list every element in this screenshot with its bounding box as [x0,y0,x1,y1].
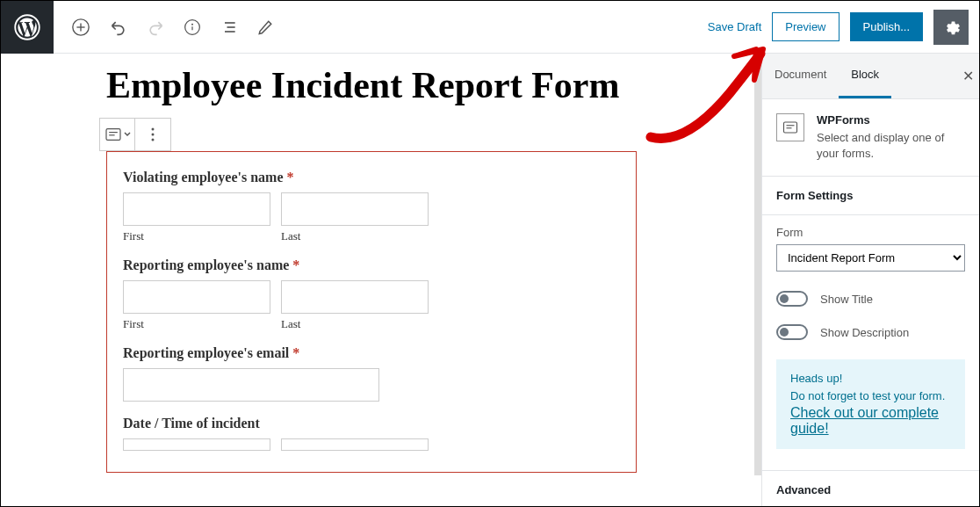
page-title[interactable]: Employee Incident Report Form [106,62,633,109]
required-mark: * [287,170,294,185]
toggle-show-desc-row: Show Description [762,315,979,349]
field-label: Reporting employee's email * [123,345,620,361]
outline-icon[interactable] [220,18,238,36]
wordpress-logo[interactable] [1,1,54,54]
undo-icon[interactable] [110,18,127,36]
top-toolbar: Save Draft Preview Publish... [1,1,979,54]
add-block-icon[interactable] [71,18,90,37]
block-more-icon[interactable] [135,119,170,150]
notice-text: Do not forget to test your form. [790,388,951,404]
field-reporting-name: Reporting employee's name * First Last [123,257,620,331]
first-name-input[interactable] [123,280,270,314]
block-type-icon[interactable] [100,119,135,150]
block-name-label: WPForms [817,113,965,127]
field-date-time: Date / Time of incident [123,416,620,451]
sublabel-first: First [123,317,270,331]
publish-button[interactable]: Publish... [850,12,923,41]
wpforms-block[interactable]: Violating employee's name * First Last R… [106,151,637,473]
form-settings-header[interactable]: Form Settings [762,177,979,215]
required-mark: * [292,345,299,360]
sublabel-first: First [123,229,270,243]
field-violating-name: Violating employee's name * First Last [123,170,620,243]
settings-sidebar: Document Block ✕ WPForms Select and disp… [761,54,979,506]
notice-title: Heads up! [790,372,951,385]
preview-button[interactable]: Preview [772,12,839,41]
toggle-label: Show Description [820,326,909,339]
field-label: Reporting employee's name * [123,257,620,273]
editor-area: Employee Incident Report Form Violating … [1,54,979,506]
date-input[interactable] [123,438,270,451]
toggle-show-description[interactable] [776,324,808,340]
save-draft-link[interactable]: Save Draft [708,20,761,33]
advanced-header[interactable]: Advanced [762,470,979,507]
block-toolbar [99,118,171,151]
required-mark: * [292,257,299,272]
toggle-show-title-row: Show Title [762,282,979,315]
last-name-input[interactable] [281,280,429,314]
svg-rect-10 [106,128,120,140]
svg-point-14 [152,133,155,135]
content-scrollbar[interactable] [754,54,761,475]
field-label: Violating employee's name * [123,170,620,185]
form-select[interactable]: Incident Report Form [776,244,965,272]
field-label: Date / Time of incident [123,416,620,431]
edit-icon[interactable] [257,19,273,35]
tab-document[interactable]: Document [762,54,839,98]
form-select-label: Form [776,226,965,239]
toolbar-left [54,18,273,37]
email-input[interactable] [123,368,379,402]
last-name-input[interactable] [281,192,429,226]
settings-button[interactable] [933,10,969,45]
svg-rect-16 [784,122,797,133]
content-area: Employee Incident Report Form Violating … [1,54,761,506]
field-reporting-email: Reporting employee's email * [123,345,620,402]
first-name-input[interactable] [123,192,270,226]
svg-point-6 [192,24,193,25]
svg-point-13 [152,127,155,130]
time-input[interactable] [281,438,429,451]
sidebar-tabs: Document Block ✕ [762,54,979,99]
close-sidebar-icon[interactable]: ✕ [955,54,979,98]
toggle-label: Show Title [820,293,873,306]
form-settings-panel: Form Incident Report Form [762,215,979,282]
tab-block[interactable]: Block [839,54,891,98]
sublabel-last: Last [281,229,429,243]
redo-icon[interactable] [147,18,164,36]
toolbar-right: Save Draft Preview Publish... [708,10,979,45]
toggle-show-title[interactable] [776,291,808,307]
block-info-panel: WPForms Select and display one of your f… [762,99,979,177]
notice-box: Heads up! Do not forget to test your for… [776,359,965,448]
sublabel-last: Last [281,317,429,331]
svg-point-15 [152,138,155,141]
notice-link[interactable]: Check out our complete guide! [790,405,939,436]
block-description: Select and display one of your forms. [817,130,965,162]
wpforms-icon [776,113,804,141]
info-icon[interactable] [184,18,201,36]
